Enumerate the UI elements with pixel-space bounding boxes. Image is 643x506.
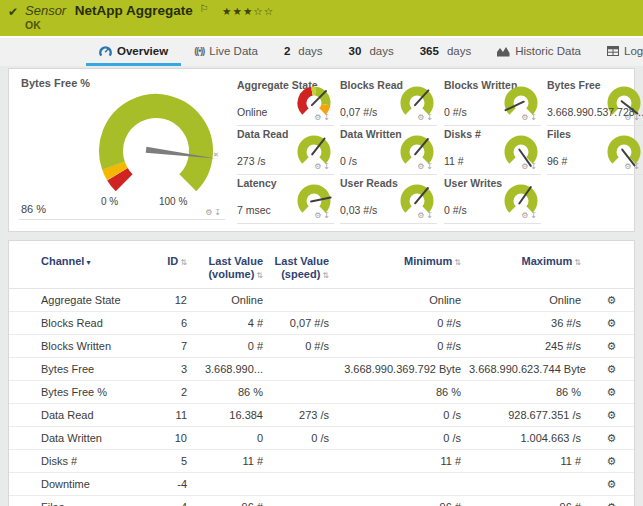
- chart-icon: [497, 46, 510, 57]
- gear-icon[interactable]: ⚙: [417, 211, 426, 220]
- channel-settings-icon[interactable]: ⚙: [607, 340, 617, 352]
- gauge-value: 11 #: [444, 155, 464, 167]
- cell-minimum: 3.668.990.369.792 Byte: [337, 358, 469, 381]
- channel-settings-icon[interactable]: ⚙: [607, 455, 617, 467]
- cell-channel: Bytes Free %: [9, 381, 149, 404]
- gauge-value: 0 #/s: [444, 106, 467, 118]
- flag-icon[interactable]: ⚐: [199, 3, 208, 14]
- cell-channel: Blocks Written: [9, 335, 149, 358]
- column-header-last_speed[interactable]: Last Value (speed)⇅: [271, 241, 337, 289]
- cell-minimum: 0 #/s: [337, 335, 469, 358]
- tab-365-days[interactable]: 365 days: [407, 39, 484, 66]
- status-ok-check-icon: ✔: [8, 5, 18, 19]
- cell-last-speed: [271, 289, 337, 312]
- cell-last-volume: 16.384: [195, 404, 271, 427]
- column-header-id[interactable]: ID⇅: [149, 241, 195, 289]
- gauge-value: 3.668.990.537.728 …: [547, 106, 643, 118]
- gear-icon[interactable]: ⚙: [521, 162, 530, 171]
- channel-settings-icon[interactable]: ⚙: [607, 294, 617, 306]
- gauge-tile-disks[interactable]: Disks # 11 # ⚙↧: [444, 128, 541, 175]
- gauge-tile-bytes-free-percent[interactable]: Bytes Free % ✕ 0 % 100 % 86 % ⚙↧: [9, 69, 233, 231]
- gauge-tile-blocks-written[interactable]: Blocks Written 0 #/s ⚙↧: [444, 79, 541, 126]
- gauge-tile-user-writes[interactable]: User Writes 0 #/s ⚙↧: [444, 177, 541, 224]
- gear-icon[interactable]: ⚙: [417, 162, 426, 171]
- cell-last-speed: 0 /s: [271, 427, 337, 450]
- cell-id: 7: [149, 335, 195, 358]
- pin-icon[interactable]: ↧: [323, 162, 332, 171]
- pin-icon[interactable]: ↧: [426, 113, 435, 122]
- cell-last-volume: 86 %: [195, 381, 271, 404]
- tab-30-days[interactable]: 30 days: [336, 39, 407, 66]
- cell-last-volume: Online: [195, 289, 271, 312]
- column-header-maximum[interactable]: Maximum⇅: [469, 241, 589, 289]
- gauge-value: 86 %: [21, 203, 46, 215]
- tab-2-days[interactable]: 2 days: [271, 39, 336, 66]
- column-header-actions[interactable]: [589, 241, 634, 289]
- channel-settings-icon[interactable]: ⚙: [607, 432, 617, 444]
- gear-icon[interactable]: ⚙: [521, 211, 530, 220]
- needle-tip-marker: ✕: [213, 151, 219, 159]
- channel-settings-icon[interactable]: ⚙: [607, 501, 617, 506]
- cell-minimum: 0 #/s: [337, 312, 469, 335]
- pin-icon[interactable]: ↧: [323, 211, 332, 220]
- pin-icon[interactable]: ↧: [323, 113, 332, 122]
- cell-maximum: 96 #: [469, 496, 589, 506]
- gauge-tile-user-reads[interactable]: User Reads 0,03 #/s ⚙↧: [340, 177, 437, 224]
- priority-stars[interactable]: ★★★☆☆: [222, 5, 274, 17]
- gear-icon[interactable]: ⚙: [314, 113, 323, 122]
- gauge-tile-aggregate-state[interactable]: Aggregate State Online ⚙↧: [237, 79, 334, 126]
- gauge-tile-data-written[interactable]: Data Written 0 /s ⚙↧: [340, 128, 437, 175]
- primary-gauge: [81, 81, 231, 215]
- gear-icon[interactable]: ⚙: [314, 162, 323, 171]
- channel-settings-icon[interactable]: ⚙: [607, 409, 617, 421]
- cell-maximum: 245 #/s: [469, 335, 589, 358]
- cell-minimum: 11 #: [337, 450, 469, 473]
- gear-icon[interactable]: ⚙: [205, 208, 214, 217]
- gear-icon[interactable]: ⚙: [314, 211, 323, 220]
- gauge-tile-latency[interactable]: Latency 7 msec ⚙↧: [237, 177, 334, 224]
- sensor-title: NetApp Aggregate: [75, 3, 193, 18]
- pin-icon[interactable]: ↧: [530, 113, 539, 122]
- tab-historic-data[interactable]: Historic Data: [484, 39, 594, 66]
- pin-icon[interactable]: ↧: [633, 162, 642, 171]
- pin-icon[interactable]: ↧: [426, 162, 435, 171]
- cell-id: 2: [149, 381, 195, 404]
- cell-channel: Disks #: [9, 450, 149, 473]
- gear-icon[interactable]: ⚙: [521, 113, 530, 122]
- channel-settings-icon[interactable]: ⚙: [607, 317, 617, 329]
- pin-icon[interactable]: ↧: [530, 211, 539, 220]
- gauge-title: Disks #: [444, 128, 481, 140]
- channel-settings-icon[interactable]: ⚙: [607, 478, 617, 490]
- tab-overview[interactable]: Overview: [86, 39, 181, 66]
- pin-icon[interactable]: ↧: [426, 211, 435, 220]
- gear-icon[interactable]: ⚙: [417, 113, 426, 122]
- gauge-value: 7 msec: [237, 204, 271, 216]
- cell-last-volume: 11 #: [195, 450, 271, 473]
- tab-live-data[interactable]: ((•)) Live Data: [181, 39, 271, 66]
- column-header-channel[interactable]: Channel▾: [9, 241, 149, 289]
- channel-settings-icon[interactable]: ⚙: [607, 386, 617, 398]
- column-header-minimum[interactable]: Minimum⇅: [337, 241, 469, 289]
- cell-maximum: 3.668.990.623.744 Byte: [469, 358, 589, 381]
- gear-icon[interactable]: ⚙: [624, 162, 633, 171]
- cell-maximum: Online: [469, 289, 589, 312]
- channel-settings-icon[interactable]: ⚙: [607, 363, 617, 375]
- gauge-max-label: 100 %: [159, 196, 187, 207]
- gauge-title: Files: [547, 128, 571, 140]
- gauge-tile-bytes-free[interactable]: Bytes Free 3.668.990.537.728 … ⚙↧: [547, 79, 643, 126]
- cell-id: 6: [149, 312, 195, 335]
- divider: [19, 219, 225, 220]
- tab-log[interactable]: Log: [594, 39, 643, 66]
- cell-channel: Aggregate State: [9, 289, 149, 312]
- cell-last-volume: 0 #: [195, 335, 271, 358]
- gauge-tile-files[interactable]: Files 96 # ⚙↧: [547, 128, 643, 175]
- table-row: Blocks Written 7 0 # 0 #/s 0 #/s 245 #/s…: [9, 335, 634, 358]
- gauge-value: 0,03 #/s: [340, 204, 377, 216]
- gauge-tile-blocks-read[interactable]: Blocks Read 0,07 #/s ⚙↧: [340, 79, 437, 126]
- gauge-tile-data-read[interactable]: Data Read 273 /s ⚙↧: [237, 128, 334, 175]
- cell-last-speed: 273 /s: [271, 404, 337, 427]
- pin-icon[interactable]: ↧: [214, 208, 223, 217]
- column-header-last_volume[interactable]: Last Value (volume)⇅: [195, 241, 271, 289]
- table-row: Aggregate State 12 Online Online Online …: [9, 289, 634, 312]
- pin-icon[interactable]: ↧: [530, 162, 539, 171]
